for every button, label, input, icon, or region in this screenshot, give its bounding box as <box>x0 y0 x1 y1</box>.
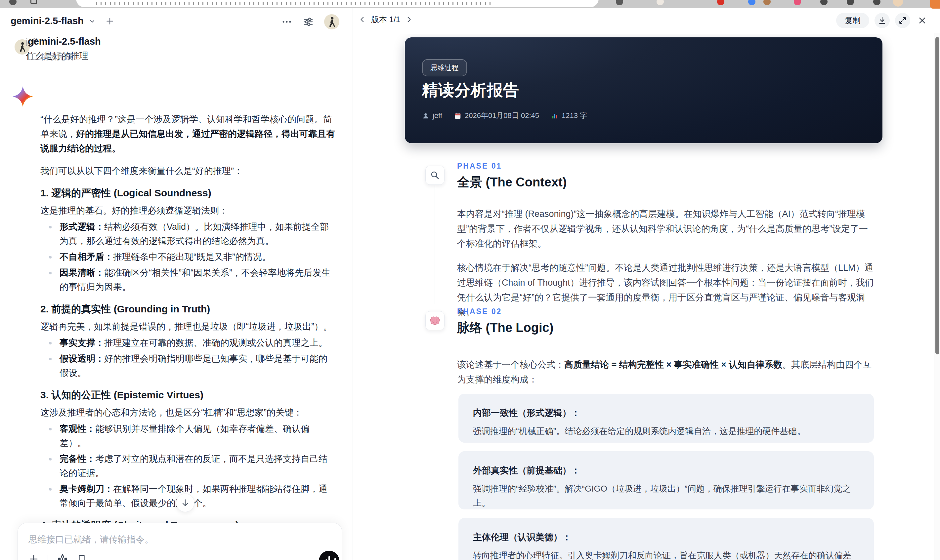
list-item: 完备性：考虑了对立的观点和潜在的反证，而不是只选择支持自己结论的证据。 <box>40 452 335 480</box>
section-desc-1: 这是推理的基石。好的推理必须遵循逻辑法则： <box>40 203 335 218</box>
artifact-actions: 复制 <box>836 13 929 28</box>
report-author: jeff <box>422 111 442 120</box>
list-item: 因果清晰：能准确区分“相关性”和“因果关系”，不会轻率地将先后发生的事情归为因果… <box>40 266 335 294</box>
panel-divider <box>353 8 353 560</box>
phase1-section: PHASE 01 全景 (The Context) 本内容是对“推理 (Reas… <box>457 162 874 320</box>
scrollbar-thumb[interactable] <box>935 37 939 354</box>
phase2-label: PHASE 02 <box>457 307 874 316</box>
list-item: 假设透明：好的推理会明确指明哪些是已知事实，哪些是基于可能的假设。 <box>40 352 335 380</box>
section-list-1: 形式逻辑：结构必须有效（Valid）。比如演绎推理中，如果前提全部为真，那么通过… <box>40 220 335 294</box>
browser-profile-avatar[interactable] <box>893 0 903 7</box>
skills-diamond-icon[interactable] <box>57 553 68 560</box>
section-desc-2: 逻辑再完美，如果前提是错误的，推理也是垃圾（即“垃圾进，垃圾出”）。 <box>40 319 335 334</box>
reload-icon[interactable] <box>9 0 17 5</box>
chat-title[interactable]: gemini-2.5-flash <box>11 15 84 26</box>
extension-brown-icon[interactable] <box>763 0 770 5</box>
phase2-section: PHASE 02 脉络 (The Logic) 该论述基于一个核心公式：高质量结… <box>457 307 874 387</box>
logic-card-2-text: 强调推理的“经验校准”。解决“GIGO（垃圾进，垃圾出）”问题，确保推理引擎运行… <box>473 482 859 510</box>
assistant-message-author: gemini-2.5-flash <box>28 36 101 47</box>
book-icon <box>28 53 37 61</box>
chat-header: gemini-2.5-flash <box>0 8 353 34</box>
browser-toolbar <box>0 0 940 8</box>
phase1-title: 全景 (The Context) <box>457 174 874 191</box>
phase2-title: 脉络 (The Logic) <box>457 319 874 336</box>
avatar-figure-icon <box>17 42 27 52</box>
close-icon <box>918 16 926 25</box>
apps-grid-icon[interactable] <box>31 0 37 4</box>
composer-toolbar <box>28 553 87 560</box>
section-heading-1: 1. 逻辑的严密性 (Logical Soundness) <box>40 187 335 199</box>
section-heading-2: 2. 前提的真实性 (Grounding in Truth) <box>40 303 335 315</box>
chat-composer[interactable]: 思维接口已就绪，请传输指令。 <box>17 523 342 560</box>
artifact-content[interactable]: 思维过程 精读分析报告 jeff 2026年01月08日 02:45 1213 … <box>353 34 940 560</box>
list-item: 客观性：能够识别并尽量排除个人偏见（如幸存者偏差、确认偏差）。 <box>40 422 335 450</box>
phase1-label: PHASE 01 <box>457 162 874 171</box>
url-text-fragment <box>96 2 493 5</box>
phase-connector-line <box>435 185 435 304</box>
model-settings-sliders-icon[interactable] <box>302 16 314 28</box>
version-navigator: 版本 1/1 <box>359 14 413 25</box>
download-icon <box>878 16 886 25</box>
lead-paragraph: 我们可以从以下四个维度来衡量什么是“好的推理”： <box>40 164 335 178</box>
bookmark-star-icon[interactable] <box>616 0 623 5</box>
waveform-bar <box>334 558 336 560</box>
section-heading-3: 3. 认知的公正性 (Epistemic Virtues) <box>40 389 335 401</box>
app-window: gemini-2.5-flash jeff 什么是好的推理 <box>0 0 940 560</box>
attach-plus-icon[interactable] <box>28 554 39 560</box>
report-wordcount: 1213 字 <box>551 111 587 121</box>
download-button[interactable] <box>875 13 890 28</box>
chevron-down-icon[interactable] <box>88 17 96 25</box>
intro-paragraph: “什么是好的推理？”这是一个涉及逻辑学、认知科学和哲学核心的问题。简单来说，好的… <box>40 112 335 156</box>
phase1-icon-card <box>425 166 445 185</box>
composer-placeholder[interactable]: 思维接口已就绪，请传输指令。 <box>28 534 154 545</box>
logic-card-3-text: 转向推理者的心理特征。引入奥卡姆剃刀和反向论证，旨在克服人类（或机器）天然存在的… <box>473 548 859 560</box>
phase2-lead: 该论述基于一个核心公式：高质量结论 = 结构完整性 × 事实准确性 × 认知自律… <box>457 357 874 387</box>
close-button[interactable] <box>915 13 929 28</box>
avatar-figure-icon <box>327 16 337 28</box>
section-desc-3: 这涉及推理者的心态和方法论，也是区分“杠精”和“思想家”的关键： <box>40 405 335 420</box>
logic-card-2-title: 外部真实性（前提基础）： <box>473 465 859 476</box>
scroll-to-bottom-button[interactable] <box>176 494 194 512</box>
extension-pink-icon[interactable] <box>794 0 801 5</box>
extension-dark-icon-1[interactable] <box>820 0 828 5</box>
logic-card-2: 外部真实性（前提基础）： 强调推理的“经验校准”。解决“GIGO（垃圾进，垃圾出… <box>458 451 874 509</box>
chat-message-list: jeff 什么是好的推理 gemini-2.5-flash 精读完成! <box>0 34 353 560</box>
list-item: 形式逻辑：结构必须有效（Valid）。比如演绎推理中，如果前提全部为真，那么通过… <box>40 220 335 248</box>
report-meta: jeff 2026年01月08日 02:45 1213 字 <box>422 111 587 121</box>
chevron-left-icon[interactable] <box>359 15 367 24</box>
waveform-bar <box>328 556 330 560</box>
fullscreen-button[interactable] <box>895 13 910 28</box>
more-options-icon[interactable] <box>281 16 293 28</box>
phase1-paragraph-1: 本内容是对“推理 (Reasoning)”这一抽象概念的高层建模。在知识爆炸与人… <box>457 207 874 251</box>
chevron-right-icon[interactable] <box>405 15 413 24</box>
user-avatar[interactable] <box>324 14 339 29</box>
brain-icon <box>430 316 440 326</box>
extension-blue-icon[interactable] <box>748 0 755 5</box>
report-badge: 思维过程 <box>422 59 467 76</box>
extension-dark-icon-2[interactable] <box>847 0 854 5</box>
person-icon <box>422 112 429 119</box>
extension-red-icon[interactable] <box>717 0 724 5</box>
assistant-status-text: 精读完成! <box>40 51 76 62</box>
chat-panel: gemini-2.5-flash jeff 什么是好的推理 <box>0 8 353 560</box>
report-title: 精读分析报告 <box>422 80 519 101</box>
list-item: 事实支撑：推理建立在可靠的数据、准确的观测或公认的真理之上。 <box>40 336 335 350</box>
copy-button[interactable]: 复制 <box>836 13 869 28</box>
assistant-avatar <box>12 86 33 108</box>
version-label: 版本 1/1 <box>371 14 400 25</box>
phase2-icon-card <box>425 311 445 330</box>
bookmark-icon[interactable] <box>77 554 87 560</box>
browser-menu-button[interactable] <box>930 0 940 9</box>
report-hero-card: 思维过程 精读分析报告 jeff 2026年01月08日 02:45 1213 … <box>405 37 883 143</box>
logic-card-1-text: 强调推理的“机械正确”。结论必须在给定的规则系统内逻辑自洽，这是推理的硬件基础。 <box>473 424 859 438</box>
extension-light-icon[interactable] <box>656 0 664 5</box>
address-bar[interactable] <box>76 0 599 7</box>
new-topic-plus-icon[interactable] <box>105 17 114 25</box>
assistant-status: 精读完成! <box>28 51 76 62</box>
logic-card-1-title: 内部一致性（形式逻辑）： <box>473 407 859 419</box>
section-list-2: 事实支撑：推理建立在可靠的数据、准确的观测或公认的真理之上。 假设透明：好的推理… <box>40 336 335 380</box>
voice-input-button[interactable] <box>319 551 339 560</box>
extension-dark-icon-3[interactable] <box>873 0 880 5</box>
artifact-header: 版本 1/1 复制 <box>353 8 940 34</box>
calendar-icon <box>454 112 461 119</box>
